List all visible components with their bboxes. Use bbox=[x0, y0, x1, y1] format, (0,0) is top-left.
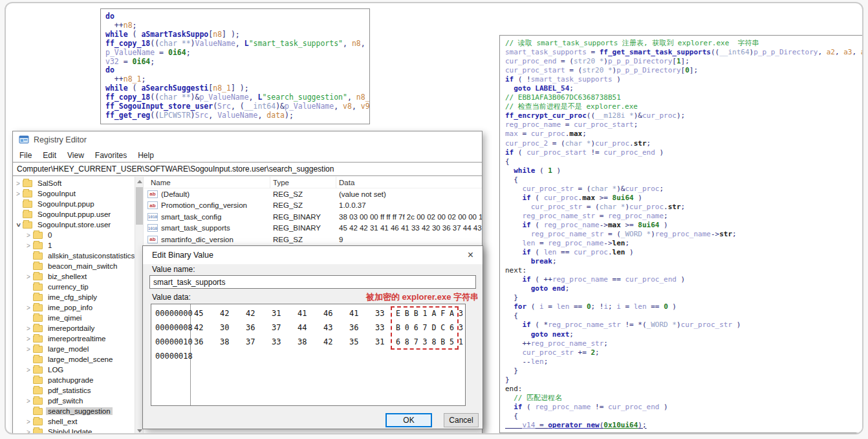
value-name-input[interactable]: smart_task_supports bbox=[149, 275, 476, 289]
menu-help[interactable]: Help bbox=[138, 151, 154, 160]
tree-item-label[interactable]: SogouInput.ppup.user bbox=[36, 210, 113, 218]
value-data: (value not set) bbox=[336, 190, 482, 198]
tree-item-label[interactable]: shell_ext bbox=[46, 418, 79, 425]
code-line: ff_encrypt_cur_proc((__m128i *)&cur_proc… bbox=[505, 111, 858, 120]
tree-item[interactable]: >ime_qimei bbox=[13, 313, 135, 323]
expand-arrow-icon[interactable]: > bbox=[25, 429, 32, 435]
tree-item[interactable]: >SogouInput.ppup bbox=[13, 199, 135, 209]
tree-item-label[interactable]: ime_qimei bbox=[46, 314, 83, 322]
tree-item-label[interactable]: SalSoft bbox=[36, 179, 63, 187]
hex-editor-area[interactable]: 000000004542423141464133E B B 1 A F A 30… bbox=[151, 304, 466, 406]
value-data-label: Value data: bbox=[152, 293, 191, 302]
expand-arrow-icon[interactable]: > bbox=[25, 232, 32, 239]
ok-button[interactable]: OK bbox=[385, 413, 432, 427]
registry-value-row[interactable]: ab(Default)REG_SZ(value not set) bbox=[144, 188, 482, 200]
expand-arrow-icon[interactable]: > bbox=[25, 325, 32, 332]
expand-arrow-icon[interactable]: > bbox=[25, 335, 32, 343]
tree-item-label[interactable]: 0 bbox=[46, 231, 54, 239]
registry-value-row[interactable]: 0101 1010 0101smart_task_configREG_BINAR… bbox=[144, 211, 482, 223]
tree-item-label[interactable]: SogouInput bbox=[36, 190, 78, 197]
tree-item-label[interactable]: imereportrealtime bbox=[46, 335, 107, 343]
column-header-data[interactable]: Data bbox=[336, 177, 482, 188]
code-line: ff_get_reg((LPCWSTR)Src, ValueName, data… bbox=[105, 111, 365, 120]
tree-item[interactable]: >SogouInput.store.user bbox=[13, 220, 135, 230]
tree-item-label[interactable]: ShiplyUpdate bbox=[46, 428, 94, 434]
tree-item[interactable]: >ShiplyUpdate bbox=[13, 427, 135, 434]
expand-arrow-icon[interactable]: > bbox=[25, 273, 32, 280]
tree-item[interactable]: >biz_shellext bbox=[13, 271, 135, 282]
menu-favorites[interactable]: Favorites bbox=[95, 151, 127, 160]
value-data: 1.0.0.37 bbox=[336, 201, 482, 209]
registry-value-row[interactable]: abPromotion_config_versionREG_SZ1.0.0.37 bbox=[144, 200, 482, 212]
tree-item-label[interactable]: pdf_switch bbox=[46, 397, 85, 405]
tree-item[interactable]: >allskin_statusiconstatistics bbox=[13, 251, 135, 261]
expand-arrow-icon[interactable]: > bbox=[25, 418, 32, 425]
code-line: } bbox=[505, 366, 858, 376]
expand-arrow-icon[interactable]: > bbox=[25, 398, 32, 405]
tree-item[interactable]: >ime_pop_info bbox=[13, 302, 135, 313]
red-annotation-text: 被加密的 explorer.exe 字符串 bbox=[366, 291, 479, 303]
column-header-type[interactable]: Type bbox=[270, 177, 336, 188]
tree-item[interactable]: >SogouInput.ppup.user bbox=[13, 209, 135, 220]
tree-item-label[interactable]: pdf_statistics bbox=[46, 387, 92, 394]
hex-address: 00000010 bbox=[155, 337, 193, 346]
tree-item[interactable]: >SogouInput bbox=[13, 188, 135, 199]
tree-item[interactable]: >patchupgrade bbox=[13, 375, 135, 385]
collapse-arrow-icon[interactable]: > bbox=[15, 221, 22, 229]
tree-item-label[interactable]: large_model_scene bbox=[46, 355, 114, 363]
tree-item-label[interactable]: large_model bbox=[46, 345, 91, 353]
tree-item-label[interactable]: currency_tip bbox=[46, 283, 91, 291]
tree-item-label[interactable]: LOG bbox=[46, 366, 65, 374]
expand-arrow-icon[interactable]: > bbox=[25, 366, 32, 374]
tree-item-label[interactable]: ime_pop_info bbox=[46, 304, 94, 311]
code-line: if ( cur_proc.max >= 8ui64 ) bbox=[505, 194, 858, 203]
expand-arrow-icon[interactable]: > bbox=[14, 180, 22, 187]
tree-item[interactable]: >large_model_scene bbox=[13, 354, 135, 365]
tree-item[interactable]: >LOG bbox=[13, 365, 135, 375]
dialog-title-bar: Edit Binary Value × bbox=[143, 246, 483, 264]
column-header-name[interactable]: Name bbox=[144, 177, 270, 188]
tree-item[interactable]: >SalSoft bbox=[13, 178, 135, 188]
tree-item-label[interactable]: search_suggestion bbox=[46, 407, 113, 415]
tree-item[interactable]: >0 bbox=[13, 230, 135, 240]
scrollbar-thumb[interactable] bbox=[136, 187, 143, 225]
folder-icon bbox=[33, 418, 43, 425]
expand-arrow-icon[interactable]: > bbox=[25, 304, 32, 311]
tree-item-label[interactable]: SogouInput.store.user bbox=[36, 221, 113, 229]
tree-item[interactable]: >large_model bbox=[13, 344, 135, 354]
tree-item[interactable]: >pdf_switch bbox=[13, 396, 135, 406]
menu-file[interactable]: File bbox=[19, 151, 32, 160]
menu-edit[interactable]: Edit bbox=[43, 151, 56, 160]
expand-arrow-icon[interactable]: > bbox=[14, 190, 22, 197]
tree-item-label[interactable]: allskin_statusiconstatistics bbox=[46, 252, 135, 260]
tree-item[interactable]: >pdf_statistics bbox=[13, 385, 135, 396]
tree-item-label[interactable]: SogouInput.ppup bbox=[36, 200, 96, 208]
address-bar[interactable]: Computer\HKEY_CURRENT_USER\SOFTWARE\Sogo… bbox=[13, 162, 482, 176]
tree-item[interactable]: >1 bbox=[13, 240, 135, 251]
tree-item-label[interactable]: biz_shellext bbox=[46, 273, 89, 280]
registry-value-row[interactable]: absmartinfo_dic_versionREG_SZ9 bbox=[144, 234, 482, 245]
string-value-icon: ab bbox=[147, 190, 158, 198]
tree-item-label[interactable]: imereportdaily bbox=[46, 324, 96, 332]
expand-arrow-icon[interactable]: > bbox=[25, 242, 32, 249]
expand-arrow-icon[interactable]: > bbox=[25, 346, 32, 353]
tree-item[interactable]: >ime_cfg_shiply bbox=[13, 292, 135, 302]
scroll-up-icon[interactable] bbox=[137, 180, 142, 183]
tree-item[interactable]: >imereportdaily bbox=[13, 323, 135, 333]
close-icon[interactable]: × bbox=[465, 250, 476, 260]
menu-view[interactable]: View bbox=[67, 151, 84, 160]
tree-item-label[interactable]: patchupgrade bbox=[46, 376, 95, 384]
tree-item-label[interactable]: ime_cfg_shiply bbox=[46, 293, 99, 301]
tree-item[interactable]: >currency_tip bbox=[13, 282, 135, 292]
tree-item-label[interactable]: 1 bbox=[46, 242, 54, 249]
scroll-down-icon[interactable] bbox=[137, 429, 142, 433]
hex-byte: 38 bbox=[220, 337, 238, 346]
cancel-button[interactable]: Cancel bbox=[444, 413, 479, 427]
folder-icon bbox=[33, 294, 43, 301]
tree-item[interactable]: >beacon_main_switch bbox=[13, 261, 135, 271]
tree-item[interactable]: >search_suggestion bbox=[13, 406, 135, 416]
tree-item-label[interactable]: beacon_main_switch bbox=[46, 262, 119, 270]
tree-item[interactable]: >shell_ext bbox=[13, 416, 135, 427]
tree-item[interactable]: >imereportrealtime bbox=[13, 333, 135, 344]
registry-value-row[interactable]: 0101 1010 0101smart_task_supportsREG_BIN… bbox=[144, 223, 482, 234]
